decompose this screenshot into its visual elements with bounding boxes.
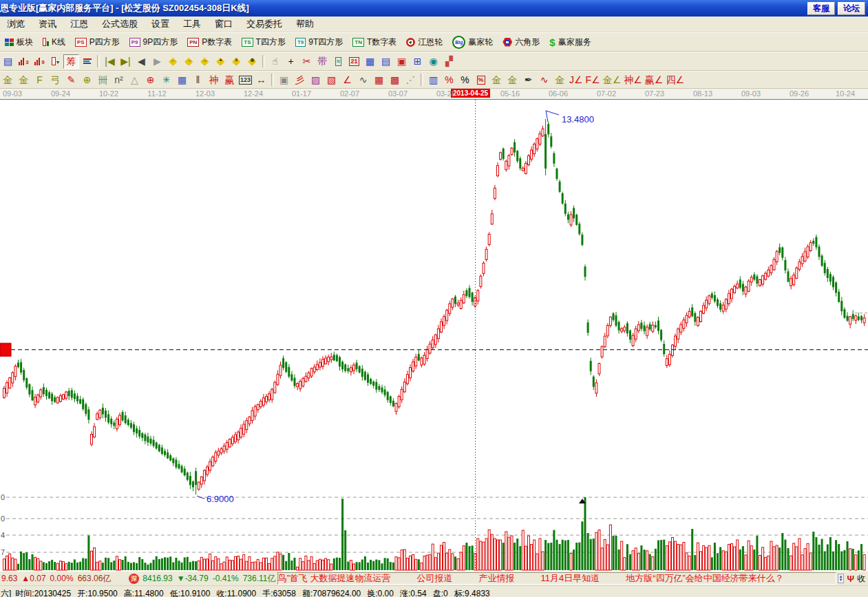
- grid-lines-icon[interactable]: 卌: [95, 73, 111, 87]
- gann-wheel-button[interactable]: 江恩轮: [406, 36, 443, 48]
- gann-square2-icon[interactable]: 金: [16, 73, 32, 87]
- pen-icon[interactable]: ✎: [63, 73, 79, 87]
- report-icon[interactable]: ▤: [0, 54, 16, 69]
- save-icon[interactable]: ▣: [394, 54, 410, 69]
- sector-button[interactable]: 板块: [5, 36, 33, 48]
- diamond-star-icon[interactable]: ◆✳: [229, 54, 244, 69]
- menu-item-江恩[interactable]: 江恩: [63, 17, 95, 32]
- p-table-button[interactable]: PNP数字表: [187, 36, 232, 48]
- menu-item-资讯[interactable]: 资讯: [32, 17, 63, 32]
- minute-9-icon[interactable]: 9: [32, 54, 47, 69]
- gann-square-icon[interactable]: 金: [0, 73, 16, 87]
- gold-line-icon[interactable]: 金: [505, 73, 520, 87]
- p-square-button[interactable]: PSP四方形: [75, 36, 120, 48]
- stats-table-icon[interactable]: ▥: [425, 73, 441, 87]
- menu-item-交易委托[interactable]: 交易委托: [240, 17, 289, 32]
- web-icon[interactable]: ◉: [425, 54, 441, 69]
- diamond-expand-icon[interactable]: ◆↔: [197, 54, 213, 69]
- first-icon[interactable]: |◀: [102, 54, 118, 69]
- hand-icon[interactable]: ☝: [267, 54, 283, 69]
- news-ticker[interactable]: 鸟”首飞 大数据提速物流运营公司报道产业情报11月4日早知道地方版“四万亿”会给…: [277, 572, 836, 585]
- fibonacci-icon[interactable]: F: [32, 73, 47, 87]
- wave-box-icon[interactable]: ≈: [330, 54, 346, 69]
- angle-mirror-icon[interactable]: △: [127, 73, 142, 87]
- export-icon[interactable]: ⊞: [410, 54, 425, 69]
- crosshair-icon[interactable]: +: [283, 54, 299, 69]
- square-n2-icon[interactable]: n²: [111, 73, 127, 87]
- notes-icon[interactable]: ▤: [378, 54, 394, 69]
- kline-chart[interactable]: 004713.48006.9000: [0, 100, 868, 571]
- red-grid-icon[interactable]: ▦: [371, 73, 387, 87]
- diamond-left-icon[interactable]: ◆←: [165, 54, 181, 69]
- win-tool-icon[interactable]: 赢: [222, 73, 237, 87]
- menu-item-工具[interactable]: 工具: [176, 17, 208, 32]
- shade-box2-icon[interactable]: ▧: [324, 73, 339, 87]
- t-table-button[interactable]: TNT数字表: [352, 36, 396, 48]
- menu-item-窗口[interactable]: 窗口: [208, 17, 240, 32]
- last-icon[interactable]: ▶|: [118, 54, 134, 69]
- ticker-segment[interactable]: 公司报道: [416, 572, 452, 585]
- rect-tool-icon[interactable]: ▣: [276, 73, 292, 87]
- zigzag-icon[interactable]: ∿: [355, 73, 371, 87]
- ticker-segment[interactable]: 地方版“四万亿”会给中国经济带来什么？: [626, 572, 784, 585]
- ticker-segment[interactable]: 鸟”首飞 大数据提速物流运营: [278, 572, 391, 585]
- gold-angle2-icon[interactable]: 金∠: [602, 73, 623, 87]
- menu-item-公式选股[interactable]: 公式选股: [95, 17, 145, 32]
- shen-tool-icon[interactable]: 神: [206, 73, 222, 87]
- collapse-button[interactable]: 收: [857, 573, 865, 585]
- ticker-segment[interactable]: 11月4日早知道: [540, 572, 600, 585]
- pct-icon[interactable]: %: [457, 73, 473, 87]
- pct-box-icon[interactable]: %: [473, 73, 489, 87]
- price-ruler-icon[interactable]: 123: [237, 73, 253, 87]
- pct-line-icon[interactable]: %: [441, 73, 457, 87]
- sort-flag-icon[interactable]: [79, 54, 95, 69]
- j-angle-icon[interactable]: J∠: [568, 73, 584, 87]
- gann-target-icon[interactable]: ⊕: [142, 73, 158, 87]
- next-icon[interactable]: ▶: [149, 54, 165, 69]
- ticker-spinner[interactable]: ▲▼: [838, 574, 845, 583]
- forum-button[interactable]: 论坛: [838, 2, 865, 15]
- p9-square-button[interactable]: P99P四方形: [129, 36, 178, 48]
- double-line-icon[interactable]: ‖: [190, 73, 206, 87]
- f-angle-icon[interactable]: F∠: [584, 73, 602, 87]
- wave-icon[interactable]: ∿: [536, 73, 552, 87]
- four-angle-icon[interactable]: 四∠: [664, 73, 686, 87]
- hexagon-button[interactable]: 六角形: [502, 36, 540, 48]
- diamond-target-icon[interactable]: ◆⊕: [244, 54, 260, 69]
- chip-dist-icon[interactable]: 筹: [63, 54, 79, 69]
- diamond-right-icon[interactable]: ◆→: [181, 54, 197, 69]
- win-angle-icon[interactable]: 赢∠: [644, 73, 665, 87]
- kline-button[interactable]: K线: [43, 36, 65, 48]
- gold-circle-icon[interactable]: 金: [489, 73, 505, 87]
- box-grid-icon[interactable]: ▦: [174, 73, 190, 87]
- calendar-icon[interactable]: 21: [346, 54, 362, 69]
- t9-square-button[interactable]: T99T四方形: [295, 36, 343, 48]
- band-icon[interactable]: 带: [315, 54, 330, 69]
- star-grid-icon[interactable]: ✳: [158, 73, 174, 87]
- layout-icon[interactable]: ▞: [441, 54, 457, 69]
- winner-wheel-button[interactable]: Big赢家轮: [452, 36, 493, 49]
- circle-grid-icon[interactable]: ⊕: [79, 73, 95, 87]
- shen-angle-icon[interactable]: 神∠: [622, 73, 644, 87]
- t-square-button[interactable]: TST四方形: [242, 36, 286, 48]
- minute-3-icon[interactable]: 3: [16, 54, 32, 69]
- menu-item-浏览[interactable]: 浏览: [0, 17, 32, 32]
- calc-icon[interactable]: ▦: [362, 54, 378, 69]
- red-grid2-icon[interactable]: ▩: [387, 73, 403, 87]
- kline-style-icon[interactable]: ▾: [47, 54, 63, 69]
- ray-fan-icon[interactable]: 彡: [292, 73, 308, 87]
- width-measure-icon[interactable]: ↔: [253, 73, 269, 87]
- ticker-segment[interactable]: 产业情报: [478, 572, 514, 585]
- spiral-icon[interactable]: 弓: [47, 73, 63, 87]
- menu-item-设置[interactable]: 设置: [145, 17, 176, 32]
- slash-lines-icon[interactable]: ⋰: [403, 73, 419, 87]
- angle-line-icon[interactable]: ∠: [339, 73, 355, 87]
- diamond-add-icon[interactable]: ◆+: [213, 54, 229, 69]
- brush-icon[interactable]: ✒: [520, 73, 536, 87]
- customer-service-button[interactable]: 客服: [807, 2, 835, 15]
- winner-service-button[interactable]: $赢家服务: [549, 36, 591, 48]
- prev-icon[interactable]: ◀: [134, 54, 149, 69]
- gold-angle-icon[interactable]: 金: [552, 73, 568, 87]
- cut-icon[interactable]: ✂: [299, 54, 315, 69]
- shade-box-icon[interactable]: ▨: [308, 73, 324, 87]
